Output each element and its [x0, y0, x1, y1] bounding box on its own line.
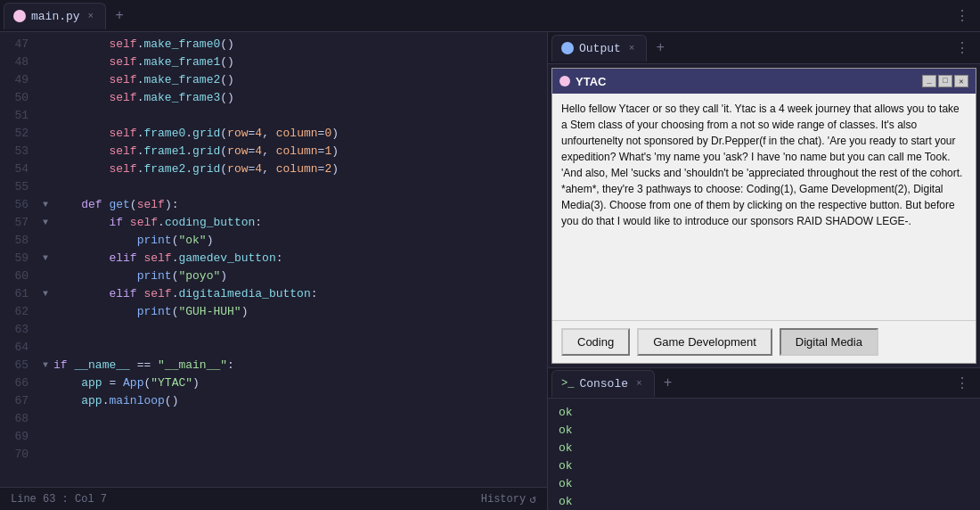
ytac-title-bar: YTAC _ □ ✕: [552, 69, 976, 94]
list-item: ok: [559, 493, 969, 510]
table-row: 60 print("poyo"): [0, 267, 547, 285]
file-icon: [13, 10, 26, 22]
code-area[interactable]: 47 self.make_frame0() 48 self.make_frame…: [0, 32, 547, 487]
main-area: 47 self.make_frame0() 48 self.make_frame…: [0, 32, 980, 510]
console-tab-close[interactable]: ×: [633, 377, 645, 390]
table-row: 50 self.make_frame3(): [0, 89, 547, 107]
output-tab-label: Output: [579, 42, 621, 55]
output-tab[interactable]: Output ×: [551, 35, 647, 62]
editor-tab-main[interactable]: main.py ×: [4, 3, 106, 29]
status-position: Line 63 : Col 7: [11, 493, 107, 506]
ytac-close-button[interactable]: ✕: [954, 75, 968, 87]
table-row: 55: [0, 178, 547, 196]
ytac-maximize-button[interactable]: □: [938, 75, 952, 87]
table-row: 54 self.frame2.grid(row=4, column=2): [0, 160, 547, 178]
list-item: ok: [559, 440, 969, 457]
table-row: 59 ▼ elif self.gamedev_button:: [0, 250, 547, 267]
digital-media-button[interactable]: Digital Media: [780, 328, 878, 356]
table-row: 64: [0, 339, 547, 357]
table-row: 67 app.mainloop(): [0, 392, 547, 410]
table-row: 62 print("GUH-HUH"): [0, 303, 547, 321]
ytac-dialog: YTAC _ □ ✕ Hello fellow Ytacer or so the…: [551, 68, 976, 364]
editor-tab-close[interactable]: ×: [86, 10, 97, 22]
game-development-button[interactable]: Game Development: [637, 328, 772, 356]
table-row: 69: [0, 428, 547, 446]
console-panel: >_ Console × + ⋮ ok ok ok ok ok ok: [548, 367, 980, 510]
console-tab-bar: >_ Console × + ⋮: [548, 368, 980, 399]
table-row: 48 self.make_frame1(): [0, 53, 547, 71]
console-output: ok ok ok ok ok ok: [548, 399, 980, 510]
history-icon: ↺: [529, 492, 536, 506]
list-item: ok: [559, 457, 969, 475]
console-panel-menu[interactable]: ⋮: [948, 374, 976, 392]
console-tab[interactable]: >_ Console ×: [551, 370, 655, 397]
table-row: 70: [0, 446, 547, 464]
list-item: ok: [559, 404, 969, 422]
output-tab-icon: [561, 42, 574, 54]
ytac-minimize-button[interactable]: _: [922, 75, 936, 87]
table-row: 56 ▼ def get(self):: [0, 196, 547, 214]
editor-tab-label: main.py: [31, 10, 80, 23]
console-tab-add[interactable]: +: [657, 375, 680, 391]
output-panel-menu[interactable]: ⋮: [948, 39, 976, 57]
editor-tab-menu[interactable]: ⋮: [948, 7, 976, 25]
table-row: 65 ▼ if __name__ == "__main__":: [0, 357, 547, 374]
history-label: History: [481, 493, 526, 506]
output-tab-add[interactable]: +: [649, 40, 672, 56]
output-tab-close[interactable]: ×: [626, 42, 638, 54]
history-button[interactable]: History ↺: [481, 492, 536, 506]
table-row: 68: [0, 410, 547, 428]
output-tab-bar: Output × + ⋮: [548, 32, 980, 64]
table-row: 47 self.make_frame0(): [0, 36, 547, 53]
right-panel: Output × + ⋮ YTAC _ □ ✕ Hello fellow Yta…: [548, 32, 980, 510]
table-row: 58 print("ok"): [0, 232, 547, 250]
table-row: 66 app = App("YTAC"): [0, 374, 547, 392]
table-row: 63: [0, 321, 547, 339]
console-tab-label: Console: [579, 377, 628, 391]
table-row: 53 self.frame1.grid(row=4, column=1): [0, 143, 547, 160]
ytac-window-controls: _ □ ✕: [922, 75, 968, 87]
table-row: 61 ▼ elif self.digitalmedia_button:: [0, 285, 547, 303]
list-item: ok: [559, 422, 969, 440]
list-item: ok: [559, 475, 969, 493]
ytac-body-text: Hello fellow Ytacer or so they call 'it.…: [552, 94, 976, 320]
console-prefix-icon: >_: [561, 377, 574, 390]
ytac-buttons-area: Coding Game Development Digital Media: [552, 320, 976, 363]
editor-tab-bar: main.py × + ⋮: [0, 0, 980, 32]
table-row: 49 self.make_frame2(): [0, 71, 547, 89]
table-row: 57 ▼ if self.coding_button:: [0, 214, 547, 232]
table-row: 51: [0, 107, 547, 125]
table-row: 52 self.frame0.grid(row=4, column=0): [0, 125, 547, 143]
ytac-title-text: YTAC: [576, 75, 917, 88]
editor-tab-add[interactable]: +: [108, 8, 131, 24]
ytac-title-icon: [559, 76, 570, 86]
status-bar: Line 63 : Col 7 History ↺: [0, 487, 547, 510]
editor-panel: 47 self.make_frame0() 48 self.make_frame…: [0, 32, 548, 510]
coding-button[interactable]: Coding: [561, 328, 630, 356]
